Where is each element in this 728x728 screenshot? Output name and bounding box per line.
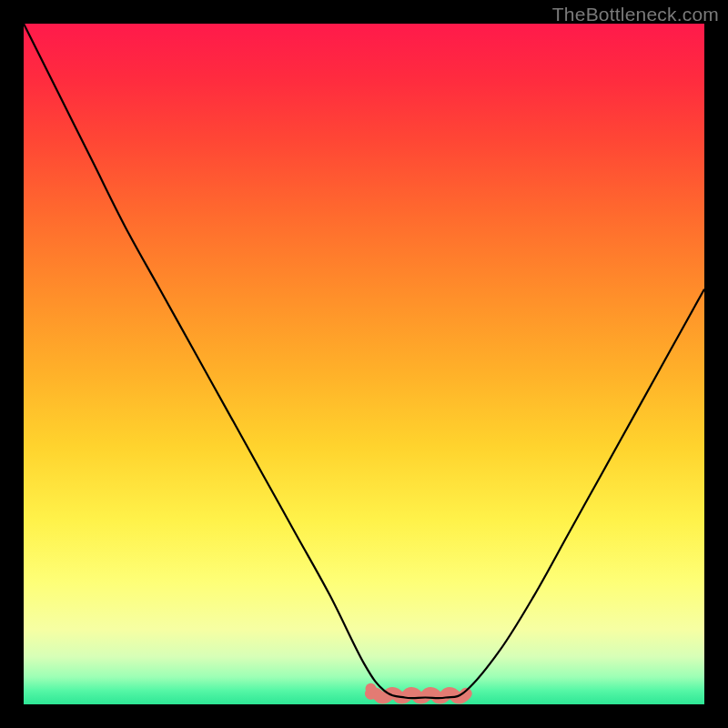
chart-frame: TheBottleneck.com — [0, 0, 728, 728]
plot-area — [24, 24, 704, 704]
bottleneck-curve-path — [24, 24, 704, 698]
bottleneck-dot — [365, 683, 376, 694]
watermark-text: TheBottleneck.com — [552, 4, 719, 25]
chart-svg — [24, 24, 704, 704]
